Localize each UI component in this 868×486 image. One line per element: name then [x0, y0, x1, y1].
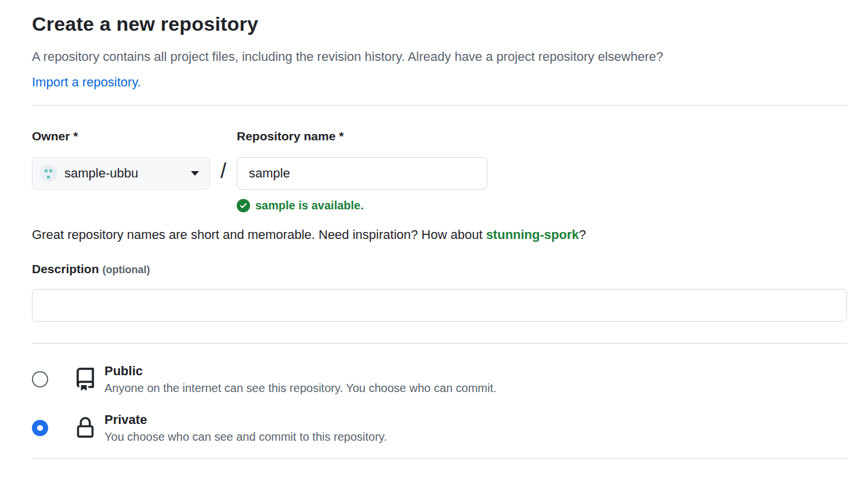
repo-name-field: Repository name * sample is available. [237, 129, 487, 212]
private-radio[interactable] [32, 420, 48, 436]
public-option-title: Public [104, 364, 497, 379]
private-option-text: Private You choose who can see and commi… [104, 412, 387, 444]
description-input[interactable] [32, 289, 847, 322]
repo-icon [73, 368, 98, 391]
public-option-text: Public Anyone on the internet can see th… [104, 364, 497, 395]
hint-prefix: Great repository names are short and mem… [32, 227, 486, 242]
repo-name-input[interactable] [237, 157, 487, 190]
description-label-row: Description(optional) [32, 262, 847, 276]
private-option-title: Private [104, 412, 387, 427]
visibility-options: Public Anyone on the internet can see th… [32, 364, 847, 444]
page-subtitle: A repository contains all project files,… [32, 47, 847, 66]
public-option-description: Anyone on the internet can see this repo… [104, 382, 497, 395]
owner-label: Owner * [32, 129, 210, 143]
owner-field: Owner * sample-ubbu [32, 129, 210, 190]
page-title: Create a new repository [32, 13, 847, 35]
divider-top [32, 105, 847, 106]
divider-middle [32, 343, 847, 344]
create-repository-page: Create a new repository A repository con… [0, 0, 868, 459]
import-repository-link[interactable]: Import a repository. [32, 75, 141, 90]
description-optional-note: (optional) [103, 264, 150, 275]
chevron-down-icon [191, 171, 199, 176]
description-label: Description [32, 262, 99, 275]
owner-select-button[interactable]: sample-ubbu [32, 157, 210, 190]
owner-avatar [40, 165, 57, 182]
repo-name-hint: Great repository names are short and mem… [32, 227, 847, 242]
check-circle-icon [237, 199, 250, 212]
owner-repo-separator: / [210, 129, 237, 187]
suggested-name-link[interactable]: stunning-spork [486, 227, 579, 242]
owner-repo-row: Owner * sample-ubbu / Repository name * [32, 129, 847, 212]
owner-selected-value: sample-ubbu [64, 166, 138, 181]
private-option-description: You choose who can see and commit to thi… [104, 430, 387, 444]
hint-suffix: ? [579, 227, 586, 242]
lock-icon [73, 416, 98, 440]
visibility-option-private[interactable]: Private You choose who can see and commi… [32, 412, 847, 444]
public-radio[interactable] [32, 371, 48, 387]
availability-message: sample is available. [237, 199, 487, 212]
visibility-option-public[interactable]: Public Anyone on the internet can see th… [32, 364, 847, 395]
divider-bottom [32, 458, 847, 459]
repo-name-label: Repository name * [237, 129, 487, 143]
availability-text: sample is available. [255, 199, 364, 212]
